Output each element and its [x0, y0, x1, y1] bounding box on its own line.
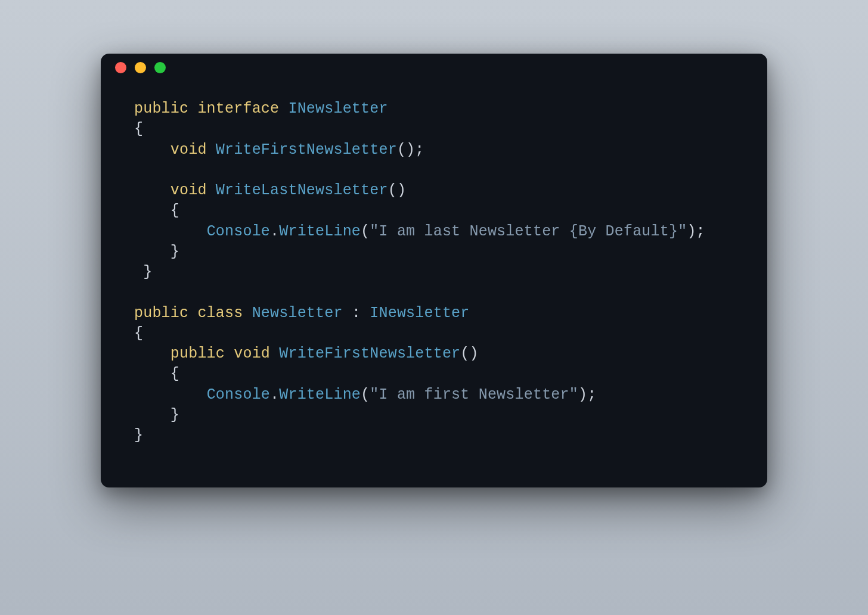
close-icon[interactable] [115, 62, 126, 73]
code-line: void WriteLastNewsletter() [134, 181, 734, 201]
code-token: { [170, 365, 179, 383]
code-token: . [270, 223, 279, 240]
code-line: { [134, 364, 734, 384]
code-line: Console.WriteLine("I am last Newsletter … [134, 222, 734, 242]
code-token [134, 141, 170, 159]
code-token [134, 386, 207, 403]
code-line: } [134, 405, 734, 425]
code-token [134, 345, 170, 362]
code-token: () [388, 182, 406, 199]
code-line: { [134, 324, 734, 344]
code-token [207, 141, 216, 159]
code-token: class [197, 305, 243, 322]
code-token: . [270, 386, 279, 403]
code-token: { [170, 202, 179, 219]
code-token [343, 305, 352, 322]
code-token: "I am first Newsletter" [370, 386, 578, 403]
code-token [225, 345, 234, 362]
code-token: public [134, 305, 188, 322]
code-token [361, 305, 370, 322]
code-token: WriteLastNewsletter [216, 182, 388, 199]
code-token: ); [578, 386, 596, 403]
code-window: public interface INewsletter{ void Write… [101, 54, 767, 487]
code-token: public [134, 100, 188, 117]
code-token: Console [207, 386, 270, 403]
code-line [134, 160, 734, 181]
code-token: public [170, 345, 225, 362]
code-token [279, 100, 288, 117]
code-token [188, 305, 197, 322]
minimize-icon[interactable] [135, 62, 146, 73]
code-line: } [134, 262, 734, 282]
code-token: ); [687, 223, 705, 240]
code-token [270, 345, 279, 362]
code-line: void WriteFirstNewsletter(); [134, 140, 734, 160]
code-line: Console.WriteLine("I am first Newsletter… [134, 385, 734, 405]
code-token [188, 100, 197, 117]
code-token [134, 223, 207, 240]
code-token: INewsletter [288, 100, 388, 117]
code-token [134, 406, 170, 424]
code-token [134, 243, 170, 260]
code-token: { [134, 120, 143, 138]
code-token [134, 182, 170, 199]
code-editor[interactable]: public interface INewsletter{ void Write… [101, 81, 767, 487]
code-token: "I am last Newsletter {By Default}" [370, 223, 687, 240]
code-token: interface [197, 100, 279, 117]
code-token: WriteFirstNewsletter [279, 345, 460, 362]
code-line: public class Newsletter : INewsletter [134, 303, 734, 324]
code-token [134, 263, 143, 281]
code-token: WriteLine [279, 386, 361, 403]
code-token [134, 365, 170, 383]
code-token: ( [361, 223, 370, 240]
maximize-icon[interactable] [154, 62, 166, 73]
code-token [243, 305, 252, 322]
code-token: Newsletter [252, 305, 343, 322]
code-token: } [143, 263, 152, 281]
code-token: : [352, 305, 361, 322]
titlebar [101, 54, 767, 81]
code-token: void [234, 345, 270, 362]
code-line: public void WriteFirstNewsletter() [134, 344, 734, 364]
code-token: void [170, 182, 207, 199]
code-line: } [134, 425, 734, 446]
code-token: INewsletter [370, 305, 469, 322]
code-token [207, 182, 216, 199]
code-token [134, 202, 170, 219]
code-token: } [170, 243, 179, 260]
code-token: } [134, 427, 143, 444]
code-line: } [134, 242, 734, 262]
code-token: } [170, 406, 179, 424]
code-token: { [134, 325, 143, 342]
code-token: ( [361, 386, 370, 403]
code-token: WriteLine [279, 223, 361, 240]
code-token: Console [207, 223, 270, 240]
code-line: { [134, 201, 734, 221]
code-token: () [460, 345, 478, 362]
code-line: { [134, 119, 734, 139]
code-line [134, 282, 734, 303]
code-token: WriteFirstNewsletter [216, 141, 397, 159]
code-token: (); [397, 141, 424, 159]
code-line: public interface INewsletter [134, 99, 734, 119]
code-token: void [170, 141, 207, 159]
